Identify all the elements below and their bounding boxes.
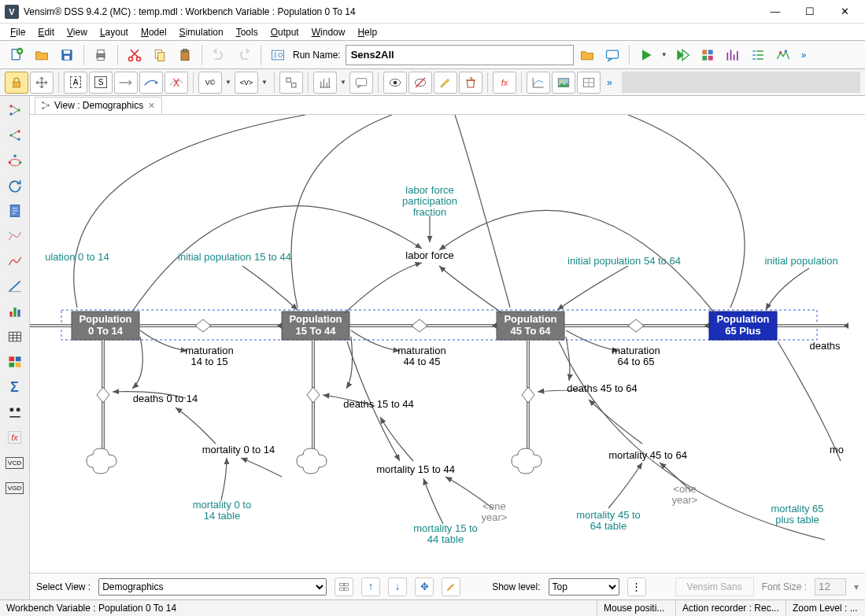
hide-tool[interactable]: [408, 72, 432, 94]
bar-button[interactable]: [3, 301, 27, 323]
var-mort0[interactable]: mortality 0 to 14: [202, 444, 275, 456]
show-level-dropdown[interactable]: Top: [549, 578, 619, 596]
select-view-dropdown[interactable]: Demographics: [98, 578, 327, 596]
optimize-button[interactable]: [746, 43, 770, 67]
reality-check-button[interactable]: [696, 43, 719, 67]
vgd-button[interactable]: VGD: [3, 477, 27, 499]
close-button[interactable]: ✕: [827, 1, 862, 23]
menu-output[interactable]: Output: [265, 25, 305, 39]
highlight-tool[interactable]: [434, 72, 457, 94]
run-name-input[interactable]: [346, 45, 574, 65]
minimize-button[interactable]: —: [758, 1, 793, 23]
move-tool[interactable]: [30, 72, 54, 94]
menu-window[interactable]: Window: [306, 25, 351, 39]
tree-causes-button[interactable]: [3, 99, 27, 121]
sensitivity-button[interactable]: [721, 43, 745, 67]
view-tab[interactable]: View : Demographics ✕: [35, 97, 162, 114]
show-tool[interactable]: [383, 72, 407, 94]
synthesim-button[interactable]: [671, 43, 694, 67]
comment-button[interactable]: [601, 43, 624, 67]
var-m44[interactable]: maturation44 to 45: [397, 345, 445, 367]
var-oneyr[interactable]: <oneyear>: [482, 500, 508, 523]
var-oneyr2[interactable]: <oneyear>: [672, 483, 698, 506]
var-mort15t[interactable]: mortality 15 to44 table: [413, 522, 478, 545]
diagram-canvas[interactable]: Population 0 To 14 Population 15 To 44 P…: [30, 115, 865, 573]
menu-model[interactable]: Model: [135, 25, 172, 39]
stock-pop65[interactable]: Population 65 Plus: [709, 312, 777, 340]
loops-button[interactable]: [3, 149, 27, 172]
run-sim-button[interactable]: [634, 43, 658, 67]
copy-button[interactable]: [148, 43, 172, 67]
vconst-dd[interactable]: ▼: [224, 71, 233, 94]
var-lfpf[interactable]: labor forceparticipationfraction: [402, 184, 457, 218]
level-config-button[interactable]: ⋮: [627, 577, 646, 596]
view-list-button[interactable]: [335, 577, 353, 596]
menu-help[interactable]: Help: [352, 25, 383, 39]
shadow-var-tool[interactable]: <V>: [235, 72, 258, 94]
variable-tool[interactable]: A: [64, 72, 87, 94]
font-size-input[interactable]: [815, 578, 846, 596]
io-dd[interactable]: ▼: [338, 71, 348, 94]
var-init15[interactable]: initial population 15 to 44: [178, 251, 291, 263]
var-mort15[interactable]: mortality 15 to 44: [376, 463, 455, 475]
equation-tool[interactable]: fx: [493, 72, 516, 94]
delete-link-tool[interactable]: [164, 72, 188, 94]
map-tool[interactable]: [577, 72, 601, 94]
vcd-button[interactable]: VCD: [3, 452, 27, 474]
var-d0[interactable]: deaths 0 to 14: [133, 393, 198, 404]
run-dropdown[interactable]: ▼: [660, 43, 669, 67]
table-button[interactable]: [3, 326, 27, 348]
doc-button[interactable]: [3, 200, 27, 222]
var-init54[interactable]: initial population 54 to 64: [567, 255, 681, 267]
toolbar-overflow[interactable]: »: [797, 50, 811, 61]
var-mort0t[interactable]: mortality 0 to14 table: [193, 499, 251, 522]
lock-tool[interactable]: [5, 72, 28, 94]
new-button[interactable]: [5, 43, 28, 67]
control-panel-button[interactable]: [266, 43, 290, 67]
comment-tool[interactable]: [349, 72, 373, 94]
font-name-display[interactable]: Vensim Sans: [675, 577, 754, 596]
var-mort45t[interactable]: mortality 45 to64 table: [576, 509, 641, 532]
cut-button[interactable]: [123, 43, 146, 67]
loop-button[interactable]: [3, 175, 27, 197]
var-ulation[interactable]: ulation 0 to 14: [45, 251, 109, 263]
menu-view[interactable]: View: [61, 25, 93, 39]
menu-tools[interactable]: Tools: [231, 25, 264, 39]
nav-down-button[interactable]: ↓: [388, 577, 407, 596]
nav-up-button[interactable]: ↑: [361, 577, 380, 596]
tab-close-button[interactable]: ✕: [146, 101, 157, 111]
print-button[interactable]: [89, 43, 113, 67]
causes-strip-button[interactable]: [3, 225, 27, 247]
runs-compare-button[interactable]: [3, 351, 27, 373]
paste-button[interactable]: [173, 43, 197, 67]
flow-tool[interactable]: [114, 72, 138, 94]
browse-run-button[interactable]: [575, 43, 599, 67]
var-mo[interactable]: mo: [830, 444, 844, 456]
var-mort45[interactable]: mortality 45 to 64: [608, 449, 687, 461]
open-button[interactable]: [30, 43, 54, 67]
tree-uses-button[interactable]: [3, 124, 27, 146]
var-d45[interactable]: deaths 45 to 64: [567, 382, 638, 394]
menu-layout[interactable]: Layout: [94, 25, 134, 39]
io-tool[interactable]: [313, 72, 337, 94]
toolbar2-overflow[interactable]: »: [602, 77, 617, 88]
undo-button[interactable]: [207, 43, 231, 67]
var-d65[interactable]: deaths: [809, 340, 841, 352]
trend-button[interactable]: [3, 275, 27, 297]
var-mort65t[interactable]: mortality 65plus table: [771, 503, 823, 526]
arrow-tool[interactable]: [139, 72, 163, 94]
var-m14[interactable]: maturation14 to 15: [185, 345, 233, 367]
merge-tool[interactable]: [279, 72, 303, 94]
menu-file[interactable]: File: [5, 25, 31, 39]
menu-edit[interactable]: Edit: [32, 25, 60, 39]
stock-pop45[interactable]: Population 45 To 64: [497, 312, 564, 340]
vconst-tool[interactable]: V©: [198, 72, 222, 94]
trash-tool[interactable]: [459, 72, 482, 94]
stock-tool[interactable]: S: [89, 72, 113, 94]
redo-button[interactable]: [232, 43, 256, 67]
stock-pop0[interactable]: Population 0 To 14: [72, 312, 139, 340]
stats-button[interactable]: Σ: [3, 376, 27, 398]
var-d15[interactable]: deaths 15 to 44: [343, 398, 414, 410]
refmode-tool[interactable]: [527, 72, 550, 94]
image-tool[interactable]: [552, 72, 575, 94]
